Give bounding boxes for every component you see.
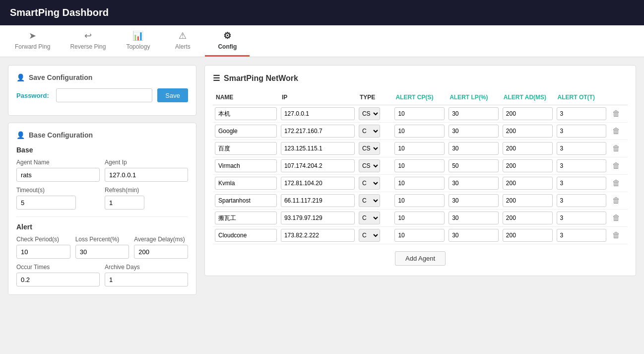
network-card: ☰ SmartPing NetWork NAME IP TYPE ALERT C… [204, 65, 636, 276]
input-alert-ot-1[interactable] [557, 125, 607, 138]
select-type-6[interactable]: CSCS [359, 212, 380, 224]
select-type-7[interactable]: CSCS [359, 229, 380, 242]
input-alert-ot-2[interactable] [557, 142, 607, 155]
input-alert-ot-6[interactable] [557, 212, 607, 224]
select-type-4[interactable]: CSCS [359, 177, 380, 190]
input-alert-ot-4[interactable] [557, 177, 607, 190]
input-alert-ad-3[interactable] [503, 159, 553, 172]
input-name-5[interactable] [215, 194, 277, 207]
col-header-alert-cp: ALERT CP(S) [392, 90, 447, 105]
select-type-5[interactable]: CSCS [359, 194, 380, 207]
input-alert-cp-1[interactable] [394, 125, 445, 138]
input-alert-cp-4[interactable] [394, 177, 445, 190]
input-alert-ot-5[interactable] [557, 194, 607, 207]
input-ip-6[interactable] [281, 212, 355, 224]
save-button[interactable]: Save [157, 88, 188, 102]
cell-ip-4 [279, 175, 357, 192]
save-config-card: 👤 Save Configuration Password: Save [8, 65, 196, 116]
input-alert-cp-0[interactable] [394, 107, 445, 120]
avg-delay-input[interactable] [134, 245, 188, 259]
input-alert-cp-7[interactable] [394, 229, 445, 242]
input-alert-ad-7[interactable] [503, 229, 553, 242]
delete-button-6[interactable]: 🗑 [610, 212, 622, 223]
tab-reverse-ping[interactable]: ↩ Reverse Ping [60, 25, 116, 57]
tab-forward-ping[interactable]: ➤ Forward Ping [5, 25, 60, 57]
agent-ip-input[interactable] [105, 168, 188, 182]
input-alert-cp-2[interactable] [394, 142, 445, 155]
tab-topology-label: Topology [126, 43, 150, 50]
input-alert-lp-4[interactable] [449, 177, 499, 190]
delete-button-0[interactable]: 🗑 [610, 108, 622, 119]
input-name-3[interactable] [215, 159, 277, 172]
input-alert-lp-7[interactable] [449, 229, 499, 242]
input-name-4[interactable] [215, 177, 277, 190]
input-ip-0[interactable] [281, 107, 355, 120]
input-alert-ad-4[interactable] [503, 177, 553, 190]
input-alert-ad-5[interactable] [503, 194, 553, 207]
input-alert-lp-2[interactable] [449, 142, 499, 155]
cell-type-6: CSCS [357, 210, 392, 227]
delete-button-5[interactable]: 🗑 [610, 195, 622, 206]
input-name-0[interactable] [215, 107, 277, 120]
input-alert-ad-0[interactable] [503, 107, 553, 120]
input-alert-lp-6[interactable] [449, 212, 499, 224]
input-name-7[interactable] [215, 229, 277, 242]
input-alert-lp-0[interactable] [449, 107, 499, 120]
tab-config[interactable]: ⚙ Config [205, 25, 250, 57]
app-title: SmartPing Dashbord [10, 7, 109, 18]
input-ip-3[interactable] [281, 159, 355, 172]
input-alert-cp-6[interactable] [394, 212, 445, 224]
input-ip-5[interactable] [281, 194, 355, 207]
agent-name-input[interactable] [16, 168, 100, 182]
delete-button-7[interactable]: 🗑 [610, 230, 622, 241]
timeout-input[interactable] [16, 196, 76, 210]
input-ip-2[interactable] [281, 142, 355, 155]
cell-ip-0 [279, 105, 357, 123]
input-alert-ot-7[interactable] [557, 229, 607, 242]
delete-button-3[interactable]: 🗑 [610, 160, 622, 171]
select-type-3[interactable]: CSCS [359, 159, 380, 172]
delete-button-4[interactable]: 🗑 [610, 178, 622, 189]
input-alert-cp-3[interactable] [394, 159, 445, 172]
cell-alert-ot-0 [555, 105, 609, 123]
input-name-2[interactable] [215, 142, 277, 155]
input-ip-7[interactable] [281, 229, 355, 242]
col-header-alert-lp: ALERT LP(%) [447, 90, 501, 105]
input-name-1[interactable] [215, 125, 277, 138]
cell-name-2 [213, 140, 279, 157]
input-alert-ot-3[interactable] [557, 159, 607, 172]
input-alert-ad-2[interactable] [503, 142, 553, 155]
input-name-6[interactable] [215, 212, 277, 224]
add-agent-button[interactable]: Add Agent [395, 251, 446, 266]
cell-type-4: CSCS [357, 175, 392, 192]
input-alert-cp-5[interactable] [394, 194, 445, 207]
input-alert-lp-1[interactable] [449, 125, 499, 138]
refresh-input[interactable] [105, 196, 144, 210]
input-alert-lp-5[interactable] [449, 194, 499, 207]
password-input[interactable] [56, 88, 152, 102]
cell-delete-6: 🗑 [608, 210, 628, 227]
loss-percent-input[interactable] [75, 245, 129, 259]
cell-alert-cp-0 [392, 105, 447, 123]
input-alert-ad-1[interactable] [503, 125, 553, 138]
divider [16, 216, 188, 217]
alert-form-grid-2: Occur Times Archive Days [16, 264, 188, 286]
occur-times-input[interactable] [16, 273, 100, 286]
input-alert-ad-6[interactable] [503, 212, 553, 224]
input-ip-1[interactable] [281, 125, 355, 138]
input-alert-lp-3[interactable] [449, 159, 499, 172]
cell-type-1: CSCS [357, 123, 392, 140]
select-type-2[interactable]: CSCS [359, 142, 380, 155]
archive-days-input[interactable] [105, 273, 188, 286]
select-type-1[interactable]: CSCS [359, 125, 380, 138]
tab-alerts[interactable]: ⚠ Alerts [160, 25, 205, 57]
tab-topology[interactable]: 📊 Topology [116, 25, 160, 57]
delete-button-2[interactable]: 🗑 [610, 143, 622, 154]
delete-button-1[interactable]: 🗑 [610, 126, 622, 137]
avg-delay-label: Average Delay(ms) [134, 236, 188, 243]
input-alert-ot-0[interactable] [557, 107, 607, 120]
check-period-input[interactable] [16, 245, 70, 259]
input-ip-4[interactable] [281, 177, 355, 190]
alert-section-title: Alert [16, 223, 188, 231]
select-type-0[interactable]: CSCS [359, 107, 380, 120]
